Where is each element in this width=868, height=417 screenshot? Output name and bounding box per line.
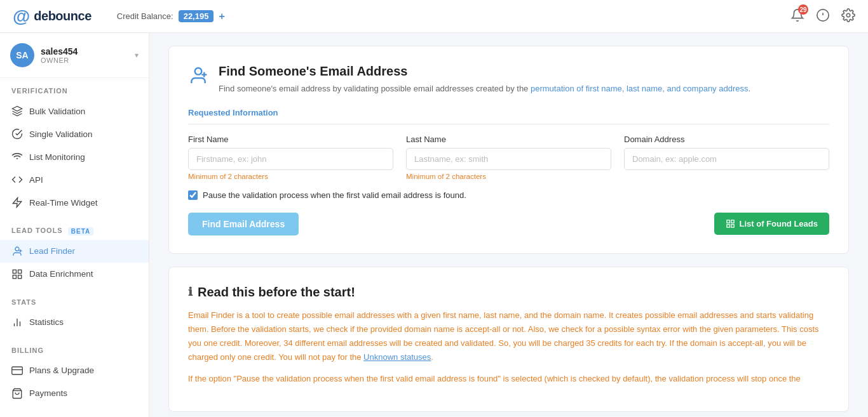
sidebar-item-api[interactable]: API (0, 168, 149, 191)
svg-marker-6 (13, 198, 22, 208)
zap-icon (11, 197, 23, 208)
check-circle-icon (11, 128, 23, 140)
alerts-button[interactable] (816, 8, 830, 24)
info-title: ℹ Read this before the start! (188, 285, 829, 300)
last-name-input[interactable] (406, 148, 611, 170)
sidebar-item-payments[interactable]: Payments (0, 382, 149, 405)
requested-info-label: Requested Information (188, 108, 829, 124)
user-plus-icon (11, 246, 23, 257)
sidebar-item-single-validation[interactable]: Single Validation (0, 122, 149, 145)
sidebar-item-plans-upgrade[interactable]: Plans & Upgrade (0, 359, 149, 382)
bar-chart-icon (11, 317, 23, 328)
svg-rect-13 (13, 275, 16, 278)
nav-section-stats: STATS Statistics (0, 289, 149, 338)
sidebar-item-data-enrichment[interactable]: Data Enrichment (0, 263, 149, 286)
pause-validation-checkbox[interactable] (188, 190, 198, 200)
gear-icon (841, 8, 855, 22)
logo-at: @ (13, 6, 30, 27)
credit-add-button[interactable]: + (219, 11, 224, 22)
single-validation-label: Single Validation (29, 129, 93, 139)
domain-group: Domain Address (624, 135, 829, 180)
layout: SA sales454 OWNER ▾ VERIFICATION Bulk Va… (0, 33, 868, 417)
card-header-text: Find Someone's Email Address Find someon… (219, 64, 750, 95)
payments-label: Payments (29, 388, 67, 398)
svg-rect-24 (731, 220, 733, 223)
credit-label: Credit Balance: (117, 11, 173, 21)
domain-label: Domain Address (624, 135, 829, 144)
first-name-label: First Name (188, 135, 393, 144)
info-paragraph-2: If the option "Pause the validation proc… (188, 372, 829, 386)
sidebar-item-statistics[interactable]: Statistics (0, 311, 149, 334)
code-icon (11, 174, 23, 185)
credit-card-icon (11, 365, 23, 376)
card-subtitle: Find someone's email address by validati… (219, 83, 750, 95)
svg-rect-11 (18, 270, 22, 273)
grid-icon (11, 268, 23, 280)
svg-rect-17 (12, 367, 23, 374)
checkbox-row: Pause the validation process when the fi… (188, 190, 829, 200)
user-section[interactable]: SA sales454 OWNER ▾ (0, 33, 149, 78)
avatar: SA (10, 43, 34, 67)
svg-rect-26 (726, 225, 729, 227)
logo-wordmark: debounce (34, 9, 91, 23)
last-name-group: Last Name Minimum of 2 characters (406, 135, 611, 180)
topbar-actions: 29 (790, 8, 855, 24)
sidebar-item-lead-finder[interactable]: Lead Finder (0, 240, 149, 263)
checkbox-label: Pause the validation process when the fi… (203, 190, 466, 200)
svg-point-3 (846, 13, 850, 17)
info-title-text: Read this before the start! (198, 285, 355, 300)
nav-label-billing: BILLING (0, 347, 149, 359)
settings-button[interactable] (841, 8, 855, 24)
domain-input[interactable] (624, 148, 829, 170)
button-row: Find Email Address List of Found Leads (188, 213, 829, 235)
sidebar-item-list-monitoring[interactable]: List Monitoring (0, 145, 149, 168)
list-of-found-leads-button[interactable]: List of Found Leads (714, 213, 830, 235)
layers-icon (11, 105, 23, 117)
last-name-hint: Minimum of 2 characters (406, 173, 611, 180)
user-info: sales454 OWNER (41, 46, 135, 64)
lead-finder-label: Lead Finder (29, 246, 75, 256)
read-this-card: ℹ Read this before the start! Email Find… (168, 267, 849, 412)
shopping-bag-icon (11, 388, 23, 399)
list-monitoring-label: List Monitoring (29, 152, 85, 162)
subtitle-link[interactable]: permutation of first name, last name, an… (531, 84, 749, 93)
unknown-statuses-link[interactable]: Unknown statuses (363, 352, 431, 362)
nav-section-billing: BILLING Plans & Upgrade Payments (0, 338, 149, 409)
plans-upgrade-label: Plans & Upgrade (29, 366, 94, 375)
main-content: Find Someone's Email Address Find someon… (149, 33, 868, 417)
card-title: Find Someone's Email Address (219, 64, 750, 79)
svg-rect-23 (726, 220, 729, 223)
chevron-down-icon: ▾ (135, 51, 139, 60)
svg-rect-12 (18, 275, 22, 278)
list-icon (726, 219, 735, 228)
svg-rect-25 (731, 225, 733, 227)
subtitle-start: Find someone's email address by validati… (219, 84, 531, 93)
subtitle-end: . (748, 84, 750, 93)
svg-point-20 (195, 68, 202, 75)
sidebar-item-bulk-validation[interactable]: Bulk Validation (0, 100, 149, 122)
data-enrichment-label: Data Enrichment (29, 269, 93, 279)
first-name-input[interactable] (188, 148, 393, 170)
real-time-widget-label: Real-Time Widget (29, 198, 98, 208)
statistics-label: Statistics (29, 317, 64, 327)
alert-icon (816, 8, 830, 22)
nav-section-account: ACCOUNT (0, 409, 149, 417)
last-name-label: Last Name (406, 135, 611, 144)
nav-section-verification: VERIFICATION Bulk Validation Single Vali… (0, 78, 149, 218)
sidebar: SA sales454 OWNER ▾ VERIFICATION Bulk Va… (0, 33, 149, 417)
logo: @ debounce (13, 6, 92, 27)
svg-rect-10 (13, 270, 16, 273)
svg-marker-4 (13, 107, 22, 112)
nav-section-lead-tools: LEAD TOOLS BETA Lead Finder Data Enrichm… (0, 218, 149, 289)
beta-badge: BETA (68, 227, 93, 235)
find-email-button[interactable]: Find Email Address (188, 213, 299, 235)
info-circle-icon: ℹ (188, 285, 193, 299)
svg-point-7 (15, 247, 19, 251)
sidebar-item-real-time-widget[interactable]: Real-Time Widget (0, 191, 149, 214)
user-plus-card-icon (188, 65, 208, 88)
notifications-button[interactable]: 29 (790, 8, 804, 24)
person-add-icon (188, 65, 208, 86)
credit-balance: Credit Balance: 22,195 + (117, 10, 225, 22)
nav-label-stats: STATS (0, 298, 149, 311)
user-name: sales454 (41, 46, 135, 56)
